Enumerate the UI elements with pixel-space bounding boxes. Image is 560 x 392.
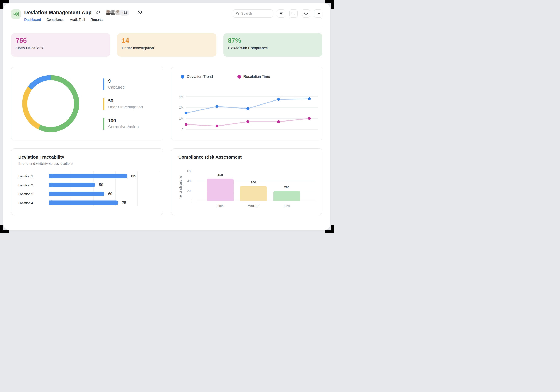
legend-label: Deviation Trend — [187, 74, 213, 79]
header-divider — [11, 27, 322, 27]
stat-open-deviations: 756 Open Deviations — [11, 33, 110, 57]
dashboard-grid: 9 Captured 50 Under Investigation 100 — [11, 67, 322, 215]
line-chart-legend: Deviation Trend Resolution Time — [181, 74, 270, 79]
svg-text:No. of Shipments: No. of Shipments — [179, 175, 182, 199]
deviation-trend-card: Deviation Trend Resolution Time 01M2M4M — [171, 67, 322, 141]
app-header: Deviation Management App +12 — [11, 9, 322, 22]
stat-closed-with-compliance: 87% Closed with Compliance — [223, 33, 322, 57]
app-window: Deviation Management App +12 — [3, 3, 330, 230]
svg-text:85: 85 — [131, 174, 136, 178]
crop-mark — [325, 0, 334, 9]
legend-item-deviation-trend: Deviation Trend — [181, 74, 213, 79]
search-icon — [236, 12, 239, 15]
risk-bar-chart: 0200400600No. of Shipments450High300Medi… — [178, 169, 317, 213]
legend-item-under-investigation: 50 Under Investigation — [103, 98, 143, 110]
pin-icon[interactable] — [96, 10, 101, 15]
crop-mark — [325, 225, 334, 233]
nav-compliance[interactable]: Compliance — [46, 18, 64, 22]
svg-text:300: 300 — [251, 181, 256, 184]
stat-value: 756 — [16, 37, 106, 44]
svg-text:75: 75 — [122, 201, 126, 205]
svg-text:High: High — [217, 204, 224, 208]
stat-cards: 756 Open Deviations 14 Under Investigati… — [11, 33, 322, 57]
svg-text:0: 0 — [182, 128, 183, 131]
legend-item-corrective-action: 100 Corrective Action — [103, 118, 143, 130]
more-button[interactable] — [314, 9, 322, 18]
gear-icon — [304, 11, 308, 16]
deviation-status-card: 9 Captured 50 Under Investigation 100 — [11, 67, 163, 141]
legend-label: Corrective Action — [108, 124, 139, 129]
svg-text:200: 200 — [187, 189, 192, 193]
nav-dashboard[interactable]: Dashboard — [24, 18, 41, 22]
trend-line-chart: 01M2M4M — [177, 88, 322, 137]
avatar-overflow-badge[interactable]: +12 — [119, 10, 129, 16]
search-input[interactable] — [241, 12, 267, 16]
svg-text:600: 600 — [187, 169, 192, 173]
stat-under-investigation: 14 Under Investigation — [117, 33, 216, 57]
svg-text:200: 200 — [284, 186, 289, 189]
legend-dot — [181, 75, 184, 79]
svg-text:50: 50 — [99, 183, 103, 187]
app-logo-icon — [11, 9, 21, 19]
svg-text:450: 450 — [218, 173, 223, 177]
compliance-risk-card: Compliance Risk Assessment 0200400600No.… — [171, 148, 322, 215]
svg-text:Location 3: Location 3 — [18, 192, 33, 196]
deviation-traceability-card: Deviation Traceability End-to-end visibi… — [11, 148, 163, 215]
donut-legend: 9 Captured 50 Under Investigation 100 — [103, 78, 143, 130]
filter-icon — [279, 11, 283, 16]
svg-text:4M: 4M — [179, 95, 183, 98]
svg-text:60: 60 — [108, 191, 112, 196]
search-box[interactable] — [233, 9, 273, 18]
legend-label: Captured — [108, 85, 125, 90]
card-title: Deviation Traceability — [18, 154, 64, 160]
app-title: Deviation Management App — [24, 10, 91, 16]
ellipsis-icon — [316, 11, 320, 16]
filter-button[interactable] — [277, 9, 285, 18]
legend-value: 50 — [108, 98, 143, 104]
legend-label: Under Investigation — [108, 105, 143, 109]
svg-text:400: 400 — [187, 179, 192, 183]
add-user-icon[interactable] — [137, 10, 142, 15]
legend-swatch — [103, 98, 104, 110]
stat-value: 87% — [228, 37, 318, 44]
legend-swatch — [103, 118, 104, 130]
svg-text:1M: 1M — [179, 117, 183, 120]
legend-dot — [238, 75, 241, 79]
status-donut-chart — [22, 75, 79, 132]
sort-icon — [291, 11, 296, 16]
legend-value: 100 — [108, 118, 139, 123]
traceability-bar-chart: Location 185Location 250Location 360Loca… — [18, 170, 165, 209]
legend-swatch — [103, 78, 104, 90]
nav-audit-trail[interactable]: Audit Trail — [70, 18, 85, 22]
svg-text:2M: 2M — [179, 106, 183, 109]
card-title: Compliance Risk Assessment — [178, 154, 242, 160]
nav-reports[interactable]: Reports — [91, 18, 102, 22]
svg-text:Location 2: Location 2 — [18, 183, 33, 187]
legend-label: Resolution Time — [243, 74, 270, 79]
svg-text:Location 1: Location 1 — [18, 174, 33, 178]
stat-label: Under Investigation — [122, 46, 212, 50]
settings-button[interactable] — [302, 9, 310, 18]
stat-label: Closed with Compliance — [228, 46, 318, 50]
svg-text:0: 0 — [191, 199, 192, 203]
sort-button[interactable] — [289, 9, 298, 18]
avatar-group[interactable]: +12 — [105, 9, 129, 16]
legend-item-resolution-time: Resolution Time — [238, 74, 270, 79]
svg-text:Location 4: Location 4 — [18, 201, 33, 205]
stat-label: Open Deviations — [16, 46, 106, 50]
crop-mark — [0, 0, 9, 9]
primary-nav: Dashboard Compliance Audit Trail Reports — [24, 18, 142, 22]
legend-item-captured: 9 Captured — [103, 78, 143, 90]
card-subtitle: End-to-end visibility across locations — [18, 162, 73, 166]
stat-value: 14 — [122, 37, 212, 44]
svg-text:Low: Low — [284, 204, 290, 208]
svg-text:Medium: Medium — [248, 204, 259, 208]
crop-mark — [0, 225, 9, 233]
legend-value: 9 — [108, 78, 125, 84]
